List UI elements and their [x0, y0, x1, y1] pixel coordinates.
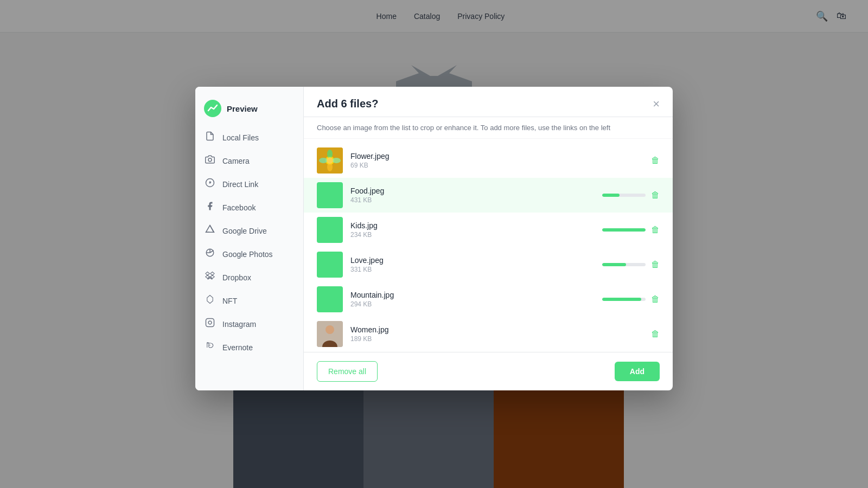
sidebar-header: Preview — [195, 95, 303, 126]
sidebar-label-nft: NFT — [222, 297, 237, 305]
app-logo — [204, 100, 221, 117]
file-info-kids: Kids.jpg 234 KB — [350, 221, 595, 239]
sidebar-title: Preview — [227, 104, 258, 113]
file-info-mountain: Mountain.jpg 294 KB — [350, 291, 595, 308]
progress-fill-mountain — [602, 298, 641, 301]
svg-point-13 — [332, 158, 341, 163]
sidebar-label-google-drive: Google Drive — [222, 227, 267, 235]
file-thumb-food — [317, 182, 343, 208]
sidebar-item-dropbox[interactable]: Dropbox — [195, 266, 303, 289]
progress-bar-love — [602, 263, 646, 266]
svg-point-15 — [319, 158, 328, 163]
add-button[interactable]: Add — [615, 362, 660, 381]
file-thumb-kids — [317, 217, 343, 243]
close-button[interactable]: × — [653, 98, 660, 110]
evernote-icon — [204, 341, 216, 354]
sidebar-item-evernote[interactable]: Evernote — [195, 336, 303, 359]
file-row-flower: Flower.jpeg 69 KB 🗑 — [304, 143, 673, 178]
remove-all-button[interactable]: Remove all — [317, 361, 378, 382]
sidebar-label-dropbox: Dropbox — [222, 273, 251, 282]
svg-point-18 — [326, 325, 334, 334]
delete-women-button[interactable]: 🗑 — [651, 329, 660, 339]
svg-rect-8 — [206, 319, 214, 327]
file-size-love: 331 KB — [350, 266, 595, 273]
file-thumb-women — [317, 321, 343, 347]
file-size-food: 431 KB — [350, 196, 595, 204]
delete-food-button[interactable]: 🗑 — [651, 190, 660, 200]
sidebar-label-instagram: Instagram — [222, 320, 256, 329]
sidebar-label-direct-link: Direct Link — [222, 180, 258, 189]
file-row-love: Love.jpeg 331 KB 🗑 — [304, 247, 673, 282]
google-drive-icon — [204, 224, 216, 237]
modal-title: Add 6 files? — [317, 98, 378, 110]
sidebar-item-direct-link[interactable]: Direct Link — [195, 172, 303, 196]
sidebar-label-google-photos: Google Photos — [222, 250, 273, 259]
sidebar-item-facebook[interactable]: Facebook — [195, 196, 303, 219]
file-row-mountain: Mountain.jpg 294 KB 🗑 — [304, 282, 673, 317]
file-list: Flower.jpeg 69 KB 🗑 Food.jpeg 431 KB — [304, 139, 673, 352]
file-size-mountain: 294 KB — [350, 300, 595, 308]
dropbox-icon — [204, 271, 216, 284]
file-info-flower: Flower.jpeg 69 KB — [350, 152, 643, 169]
modal-main: Add 6 files? × Choose an image from the … — [304, 87, 673, 390]
file-row-food: Food.jpeg 431 KB 🗑 — [304, 178, 673, 213]
svg-point-14 — [327, 163, 333, 171]
file-name-kids: Kids.jpg — [350, 221, 595, 230]
progress-bar-food — [602, 194, 646, 197]
sidebar-item-instagram[interactable]: Instagram — [195, 312, 303, 336]
file-name-mountain: Mountain.jpg — [350, 291, 595, 299]
sidebar-item-google-photos[interactable]: Google Photos — [195, 242, 303, 266]
sidebar-item-google-drive[interactable]: Google Drive — [195, 219, 303, 242]
sidebar-item-camera[interactable]: Camera — [195, 149, 303, 172]
nft-icon — [204, 294, 216, 307]
file-name-women: Women.jpg — [350, 325, 643, 334]
delete-love-button[interactable]: 🗑 — [651, 260, 660, 269]
file-actions-food: 🗑 — [602, 190, 660, 200]
file-actions-love: 🗑 — [602, 260, 660, 269]
file-name-flower: Flower.jpeg — [350, 152, 643, 160]
google-photos-icon — [204, 248, 216, 260]
progress-fill-kids — [602, 228, 646, 232]
facebook-icon — [204, 201, 216, 214]
svg-point-1 — [208, 158, 212, 162]
file-name-food: Food.jpeg — [350, 187, 595, 195]
progress-bar-kids — [602, 228, 646, 232]
file-thumb-flower — [317, 147, 343, 174]
file-size-women: 189 KB — [350, 335, 643, 343]
sidebar-label-evernote: Evernote — [222, 343, 253, 352]
file-actions-kids: 🗑 — [602, 225, 660, 235]
svg-point-12 — [327, 150, 333, 158]
sidebar-label-facebook: Facebook — [222, 203, 256, 212]
delete-flower-button[interactable]: 🗑 — [651, 156, 660, 165]
file-info-women: Women.jpg 189 KB — [350, 325, 643, 343]
file-row-women: Women.jpg 189 KB 🗑 — [304, 317, 673, 351]
svg-marker-7 — [207, 296, 213, 304]
file-size-flower: 69 KB — [350, 162, 643, 169]
sidebar-item-nft[interactable]: NFT — [195, 289, 303, 312]
file-row-kids: Kids.jpg 234 KB 🗑 — [304, 213, 673, 247]
file-info-food: Food.jpeg 431 KB — [350, 187, 595, 204]
camera-icon — [204, 155, 216, 167]
progress-bar-mountain — [602, 298, 646, 301]
file-thumb-love — [317, 252, 343, 278]
file-upload-modal: Preview Local Files Camera — [195, 87, 673, 390]
file-actions-flower: 🗑 — [651, 156, 660, 165]
sidebar-label-local-files: Local Files — [222, 133, 259, 142]
sidebar-label-camera: Camera — [222, 157, 250, 165]
modal-header: Add 6 files? × — [304, 87, 673, 117]
instagram-icon — [204, 318, 216, 330]
modal-footer: Remove all Add — [304, 352, 673, 390]
progress-fill-love — [602, 263, 626, 266]
delete-kids-button[interactable]: 🗑 — [651, 225, 660, 235]
svg-point-5 — [209, 182, 210, 183]
direct-link-icon — [204, 178, 216, 190]
delete-mountain-button[interactable]: 🗑 — [651, 294, 660, 304]
svg-point-16 — [327, 157, 333, 164]
modal-subtitle: Choose an image from the list to crop or… — [304, 117, 673, 139]
progress-fill-food — [602, 194, 620, 197]
file-size-kids: 234 KB — [350, 231, 595, 239]
modal-sidebar: Preview Local Files Camera — [195, 87, 304, 390]
file-thumb-mountain — [317, 286, 343, 312]
file-name-love: Love.jpeg — [350, 256, 595, 265]
sidebar-item-local-files[interactable]: Local Files — [195, 126, 303, 149]
